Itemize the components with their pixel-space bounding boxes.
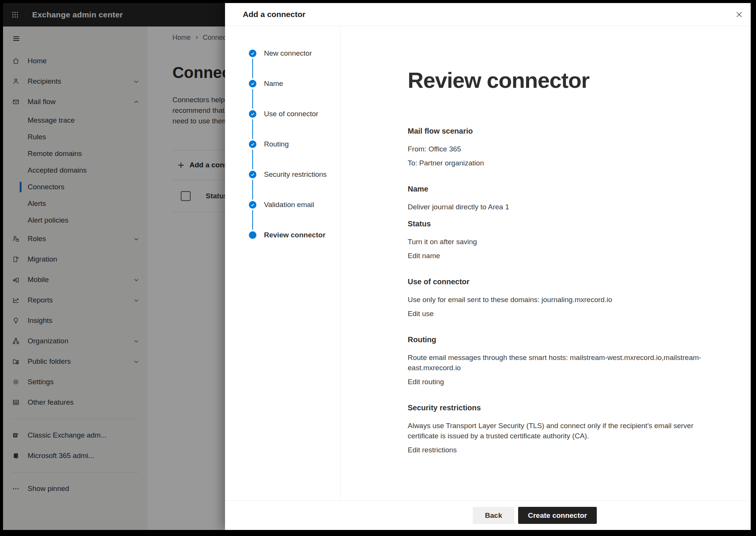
step-use-of-connector[interactable]: Use of connector — [249, 99, 340, 129]
step-name[interactable]: Name — [249, 69, 340, 99]
step-label: Validation email — [264, 201, 314, 209]
section-heading: Security restrictions — [408, 404, 714, 412]
step-new-connector[interactable]: New connector — [249, 38, 340, 69]
step-complete-icon — [249, 171, 256, 178]
modal-title: Add a connector — [243, 10, 732, 19]
modal-footer: Back Create connector — [225, 500, 751, 530]
wizard-stepper: New connector Name Use of connector Rout… — [225, 26, 341, 501]
step-complete-icon — [249, 140, 256, 148]
step-complete-icon — [249, 80, 256, 87]
section-line: Use only for email sent to these domains… — [408, 294, 714, 305]
review-section-status: Status Turn it on after saving Edit name — [408, 220, 714, 261]
section-line: Route email messages through these smart… — [408, 352, 714, 373]
section-heading: Status — [408, 220, 714, 228]
step-complete-icon — [249, 110, 256, 118]
screen: Exchange admin center Home Recipients — [3, 3, 751, 530]
step-label: New connector — [264, 49, 312, 58]
edit-restrictions-link[interactable]: Edit restrictions — [408, 445, 457, 455]
step-validation-email[interactable]: Validation email — [249, 190, 340, 220]
edit-use-link[interactable]: Edit use — [408, 309, 434, 319]
section-line: Deliver journal directly to Area 1 — [408, 202, 714, 212]
section-heading: Name — [408, 185, 714, 193]
step-complete-icon — [249, 50, 256, 57]
review-section-security-restrictions: Security restrictions Always use Transpo… — [408, 404, 714, 455]
section-heading: Mail flow scenario — [408, 127, 714, 136]
step-complete-icon — [249, 201, 256, 209]
review-section-mail-flow-scenario: Mail flow scenario From: Office 365 To: … — [408, 127, 714, 168]
step-routing[interactable]: Routing — [249, 129, 340, 159]
section-line: From: Office 365 — [408, 144, 714, 154]
review-section-routing: Routing Route email messages through the… — [408, 335, 714, 387]
section-line: To: Partner organization — [408, 158, 714, 168]
close-icon[interactable] — [732, 7, 746, 22]
step-label: Review connector — [264, 231, 326, 239]
section-line: Turn it on after saving — [408, 237, 714, 247]
modal-header: Add a connector — [225, 3, 751, 26]
step-label: Security restrictions — [264, 170, 327, 179]
create-connector-button[interactable]: Create connector — [518, 507, 597, 524]
edit-name-link[interactable]: Edit name — [408, 251, 440, 261]
section-heading: Use of connector — [408, 277, 714, 286]
review-heading: Review connector — [408, 68, 728, 93]
review-section-use-of-connector: Use of connector Use only for email sent… — [408, 277, 714, 319]
step-current-icon — [249, 231, 256, 239]
back-button[interactable]: Back — [473, 507, 514, 524]
step-security-restrictions[interactable]: Security restrictions — [249, 159, 340, 190]
step-review-connector[interactable]: Review connector — [249, 220, 340, 250]
add-connector-modal: Add a connector New connector Name — [225, 3, 751, 530]
review-section-name: Name Deliver journal directly to Area 1 — [408, 185, 714, 212]
edit-routing-link[interactable]: Edit routing — [408, 377, 444, 387]
section-heading: Routing — [408, 335, 714, 344]
step-label: Name — [264, 79, 283, 88]
section-line: Always use Transport Layer Security (TLS… — [408, 421, 714, 441]
step-label: Routing — [264, 140, 289, 148]
step-label: Use of connector — [264, 110, 318, 118]
review-pane: Review connector Mail flow scenario From… — [341, 26, 751, 501]
